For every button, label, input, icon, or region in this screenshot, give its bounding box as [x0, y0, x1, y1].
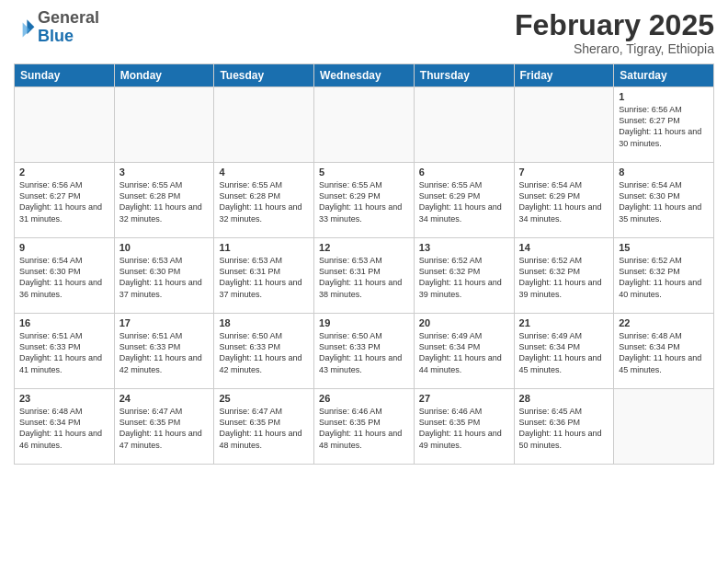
logo-blue-text: Blue — [38, 27, 74, 45]
table-row — [514, 87, 614, 163]
table-row: 13Sunrise: 6:52 AM Sunset: 6:32 PM Dayli… — [414, 238, 514, 314]
day-number: 11 — [219, 242, 309, 253]
calendar-week-5: 23Sunrise: 6:48 AM Sunset: 6:34 PM Dayli… — [15, 389, 714, 465]
cell-content: Sunrise: 6:54 AM Sunset: 6:30 PM Dayligh… — [19, 255, 109, 300]
day-number: 13 — [419, 242, 509, 253]
cell-content: Sunrise: 6:53 AM Sunset: 6:31 PM Dayligh… — [219, 255, 309, 300]
logo: General Blue — [14, 9, 99, 46]
cell-content: Sunrise: 6:55 AM Sunset: 6:28 PM Dayligh… — [119, 179, 210, 224]
table-row: 19Sunrise: 6:50 AM Sunset: 6:33 PM Dayli… — [314, 314, 415, 389]
table-row: 27Sunrise: 6:46 AM Sunset: 6:35 PM Dayli… — [414, 389, 514, 465]
day-number: 21 — [519, 317, 609, 328]
cell-content: Sunrise: 6:53 AM Sunset: 6:30 PM Dayligh… — [119, 255, 210, 300]
day-number: 18 — [219, 317, 309, 328]
table-row: 5Sunrise: 6:55 AM Sunset: 6:29 PM Daylig… — [314, 163, 415, 238]
table-row: 21Sunrise: 6:49 AM Sunset: 6:34 PM Dayli… — [514, 314, 614, 389]
cell-content: Sunrise: 6:47 AM Sunset: 6:35 PM Dayligh… — [119, 406, 210, 451]
day-number: 26 — [319, 393, 409, 404]
table-row: 25Sunrise: 6:47 AM Sunset: 6:35 PM Dayli… — [214, 389, 314, 465]
day-number: 1 — [619, 91, 709, 102]
table-row: 7Sunrise: 6:54 AM Sunset: 6:29 PM Daylig… — [514, 163, 614, 238]
cell-content: Sunrise: 6:55 AM Sunset: 6:29 PM Dayligh… — [319, 179, 409, 224]
cell-content: Sunrise: 6:50 AM Sunset: 6:33 PM Dayligh… — [219, 330, 309, 375]
location: Sheraro, Tigray, Ethiopia — [515, 41, 714, 56]
calendar-week-3: 9Sunrise: 6:54 AM Sunset: 6:30 PM Daylig… — [15, 238, 714, 314]
cell-content: Sunrise: 6:49 AM Sunset: 6:34 PM Dayligh… — [519, 330, 609, 375]
table-row: 17Sunrise: 6:51 AM Sunset: 6:33 PM Dayli… — [114, 314, 214, 389]
calendar-week-2: 2Sunrise: 6:56 AM Sunset: 6:27 PM Daylig… — [15, 163, 714, 238]
table-row: 2Sunrise: 6:56 AM Sunset: 6:27 PM Daylig… — [15, 163, 115, 238]
day-number: 14 — [519, 242, 609, 253]
day-number: 22 — [619, 317, 709, 328]
cell-content: Sunrise: 6:52 AM Sunset: 6:32 PM Dayligh… — [419, 255, 509, 300]
cell-content: Sunrise: 6:56 AM Sunset: 6:27 PM Dayligh… — [619, 104, 709, 149]
col-monday: Monday — [114, 64, 214, 87]
day-number: 19 — [319, 317, 409, 328]
cell-content: Sunrise: 6:49 AM Sunset: 6:34 PM Dayligh… — [419, 330, 509, 375]
day-number: 28 — [519, 393, 609, 404]
header: General Blue February 2025 Sheraro, Tigr… — [14, 9, 714, 56]
day-number: 3 — [119, 167, 210, 178]
table-row: 22Sunrise: 6:48 AM Sunset: 6:34 PM Dayli… — [614, 314, 714, 389]
cell-content: Sunrise: 6:54 AM Sunset: 6:30 PM Dayligh… — [619, 179, 709, 224]
day-number: 24 — [119, 393, 210, 404]
table-row — [114, 87, 214, 163]
day-number: 10 — [119, 242, 210, 253]
day-number: 15 — [619, 242, 709, 253]
table-row: 4Sunrise: 6:55 AM Sunset: 6:28 PM Daylig… — [214, 163, 314, 238]
cell-content: Sunrise: 6:51 AM Sunset: 6:33 PM Dayligh… — [119, 330, 210, 375]
page: General Blue February 2025 Sheraro, Tigr… — [0, 0, 728, 563]
day-number: 5 — [319, 167, 409, 178]
table-row: 10Sunrise: 6:53 AM Sunset: 6:30 PM Dayli… — [114, 238, 214, 314]
day-number: 7 — [519, 167, 609, 178]
cell-content: Sunrise: 6:50 AM Sunset: 6:33 PM Dayligh… — [319, 330, 409, 375]
logo-general-text: General — [38, 8, 99, 27]
day-number: 27 — [419, 393, 509, 404]
day-number: 9 — [19, 242, 109, 253]
day-number: 12 — [319, 242, 409, 253]
cell-content: Sunrise: 6:51 AM Sunset: 6:33 PM Dayligh… — [19, 330, 109, 375]
table-row: 24Sunrise: 6:47 AM Sunset: 6:35 PM Dayli… — [114, 389, 214, 465]
table-row: 28Sunrise: 6:45 AM Sunset: 6:36 PM Dayli… — [514, 389, 614, 465]
logo-icon — [14, 17, 36, 39]
calendar-table: Sunday Monday Tuesday Wednesday Thursday… — [14, 63, 714, 465]
day-number: 20 — [419, 317, 509, 328]
cell-content: Sunrise: 6:46 AM Sunset: 6:35 PM Dayligh… — [319, 406, 409, 451]
cell-content: Sunrise: 6:55 AM Sunset: 6:29 PM Dayligh… — [419, 179, 509, 224]
table-row — [15, 87, 115, 163]
day-number: 23 — [19, 393, 109, 404]
table-row: 14Sunrise: 6:52 AM Sunset: 6:32 PM Dayli… — [514, 238, 614, 314]
col-tuesday: Tuesday — [214, 64, 314, 87]
calendar-week-4: 16Sunrise: 6:51 AM Sunset: 6:33 PM Dayli… — [15, 314, 714, 389]
day-number: 17 — [119, 317, 210, 328]
table-row: 15Sunrise: 6:52 AM Sunset: 6:32 PM Dayli… — [614, 238, 714, 314]
table-row: 11Sunrise: 6:53 AM Sunset: 6:31 PM Dayli… — [214, 238, 314, 314]
table-row: 3Sunrise: 6:55 AM Sunset: 6:28 PM Daylig… — [114, 163, 214, 238]
cell-content: Sunrise: 6:53 AM Sunset: 6:31 PM Dayligh… — [319, 255, 409, 300]
col-friday: Friday — [514, 64, 614, 87]
day-number: 6 — [419, 167, 509, 178]
table-row: 18Sunrise: 6:50 AM Sunset: 6:33 PM Dayli… — [214, 314, 314, 389]
table-row: 1Sunrise: 6:56 AM Sunset: 6:27 PM Daylig… — [614, 87, 714, 163]
table-row: 26Sunrise: 6:46 AM Sunset: 6:35 PM Dayli… — [314, 389, 415, 465]
table-row: 9Sunrise: 6:54 AM Sunset: 6:30 PM Daylig… — [15, 238, 115, 314]
cell-content: Sunrise: 6:48 AM Sunset: 6:34 PM Dayligh… — [619, 330, 709, 375]
table-row — [314, 87, 415, 163]
day-number: 16 — [19, 317, 109, 328]
title-block: February 2025 Sheraro, Tigray, Ethiopia — [515, 9, 714, 56]
cell-content: Sunrise: 6:46 AM Sunset: 6:35 PM Dayligh… — [419, 406, 509, 451]
cell-content: Sunrise: 6:48 AM Sunset: 6:34 PM Dayligh… — [19, 406, 109, 451]
cell-content: Sunrise: 6:45 AM Sunset: 6:36 PM Dayligh… — [519, 406, 609, 451]
cell-content: Sunrise: 6:56 AM Sunset: 6:27 PM Dayligh… — [19, 179, 109, 224]
calendar-week-1: 1Sunrise: 6:56 AM Sunset: 6:27 PM Daylig… — [15, 87, 714, 163]
table-row — [214, 87, 314, 163]
day-number: 25 — [219, 393, 309, 404]
cell-content: Sunrise: 6:52 AM Sunset: 6:32 PM Dayligh… — [619, 255, 709, 300]
cell-content: Sunrise: 6:52 AM Sunset: 6:32 PM Dayligh… — [519, 255, 609, 300]
col-saturday: Saturday — [614, 64, 714, 87]
table-row: 8Sunrise: 6:54 AM Sunset: 6:30 PM Daylig… — [614, 163, 714, 238]
month-year: February 2025 — [515, 9, 714, 41]
day-number: 4 — [219, 167, 309, 178]
cell-content: Sunrise: 6:54 AM Sunset: 6:29 PM Dayligh… — [519, 179, 609, 224]
table-row: 20Sunrise: 6:49 AM Sunset: 6:34 PM Dayli… — [414, 314, 514, 389]
